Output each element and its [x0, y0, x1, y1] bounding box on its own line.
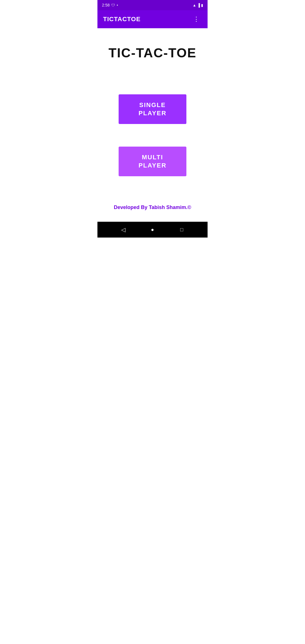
- status-bar-left: 2:58 🛡 •: [102, 3, 118, 7]
- nav-back-button[interactable]: [117, 223, 130, 236]
- status-icons-right: ▲ ▐ ▮: [193, 3, 203, 7]
- main-content: TIC-TAC-TOE SINGLEPLAYER MULTIPLAYER Dev…: [97, 28, 208, 222]
- single-player-button[interactable]: SINGLEPLAYER: [119, 94, 186, 124]
- signal-icon: ▐: [197, 3, 200, 7]
- app-title: TICTACTOE: [103, 16, 141, 23]
- toolbar: TICTACTOE ⋮: [97, 10, 208, 28]
- battery-icon: ▮: [201, 3, 203, 7]
- status-bar: 2:58 🛡 • ▲ ▐ ▮: [97, 0, 208, 10]
- status-time: 2:58: [102, 3, 110, 7]
- nav-home-button[interactable]: [146, 223, 159, 236]
- nav-bar: [97, 222, 208, 238]
- shield-icon: 🛡: [111, 3, 115, 7]
- more-options-button[interactable]: ⋮: [191, 14, 202, 25]
- dot-icon: •: [117, 3, 118, 7]
- wifi-icon: ▲: [193, 3, 196, 7]
- game-title: TIC-TAC-TOE: [108, 45, 197, 60]
- multi-player-button[interactable]: MULTIPLAYER: [119, 147, 186, 176]
- developer-credit: Developed By Tabish Shamim.©: [114, 204, 191, 210]
- nav-recents-button[interactable]: [175, 223, 188, 236]
